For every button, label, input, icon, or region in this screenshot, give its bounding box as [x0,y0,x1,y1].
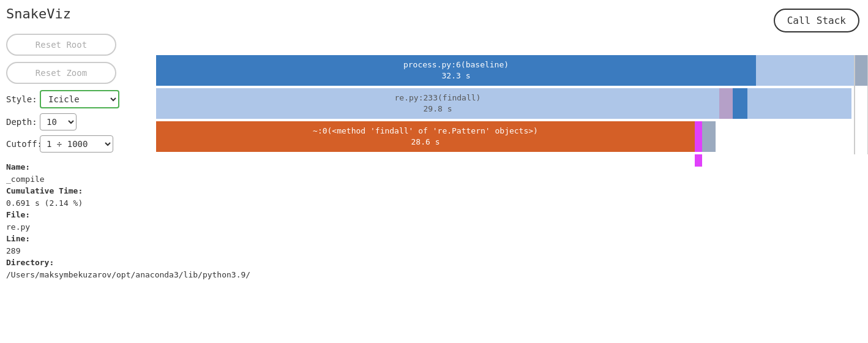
info-section: Name: _compile Cumulative Time: 0.691 s … [6,161,147,281]
bar-row-2[interactable]: re.py:233(findall) 29.8 s [156,88,862,119]
bar-row-3[interactable]: ~:0(<method 'findall' of 're.Pattern' ob… [156,121,862,152]
app-title: SnakeViz [6,6,71,21]
bar2-label-top: re.py:233(findall) [395,92,481,104]
bar1-extras [756,55,868,86]
bar3-label-bottom: 28.6 s [411,137,440,148]
directory-label: Directory: [6,258,54,267]
vline-1 [854,55,855,154]
bar3-seg2 [702,121,716,152]
style-label: Style: [6,94,40,104]
name-label: Name: [6,162,30,172]
cutoff-select[interactable]: 1 ÷ 1000 [40,135,113,153]
bar4-seg1 [695,154,702,167]
bar2-seg2 [733,88,747,119]
bar2-seg3 [747,88,851,119]
name-value: _compile [6,175,45,184]
reset-zoom-button[interactable]: Reset Zoom [6,62,116,84]
bar-main-2[interactable]: re.py:233(findall) 29.8 s [156,88,719,119]
cutoff-label: Cutoff: [6,139,40,149]
bar-row-4 [156,154,862,185]
visualization-area: process.py:6(baseline) 32.3 s re.py:233(… [156,55,862,337]
bar1-seg1 [756,55,854,86]
reset-root-button[interactable]: Reset Root [6,34,116,56]
style-select[interactable]: Icicle Sunburst [40,90,119,108]
bar2-seg1 [719,88,733,119]
cumulative-label: Cumulative Time: [6,186,83,195]
bar3-label-top: ~:0(<method 'findall' of 're.Pattern' ob… [313,126,538,137]
bar-main-1[interactable]: process.py:6(baseline) 32.3 s [156,55,756,86]
bar3-empty [716,121,843,152]
file-value: re.py [6,222,30,232]
file-label: File: [6,210,30,219]
bar3-extras [695,121,843,152]
cumulative-value: 0.691 s (2.14 %) [6,198,83,208]
bar1-label-bottom: 32.3 s [442,70,471,81]
depth-select[interactable]: 1 2 3 5 10 15 20 [40,113,77,130]
bar3-seg1 [695,121,702,152]
bar1-label-top: process.py:6(baseline) [403,59,509,70]
depth-label: Depth: [6,117,40,127]
call-stack-button[interactable]: Call Stack [774,9,859,32]
bar2-extras [719,88,851,119]
bar-main-3[interactable]: ~:0(<method 'findall' of 're.Pattern' ob… [156,121,695,152]
line-value: 289 [6,246,20,255]
bar-row-1[interactable]: process.py:6(baseline) 32.3 s [156,55,862,86]
bar1-seg2 [854,55,867,86]
bar2-label-bottom: 29.8 s [424,104,452,115]
line-label: Line: [6,234,30,243]
